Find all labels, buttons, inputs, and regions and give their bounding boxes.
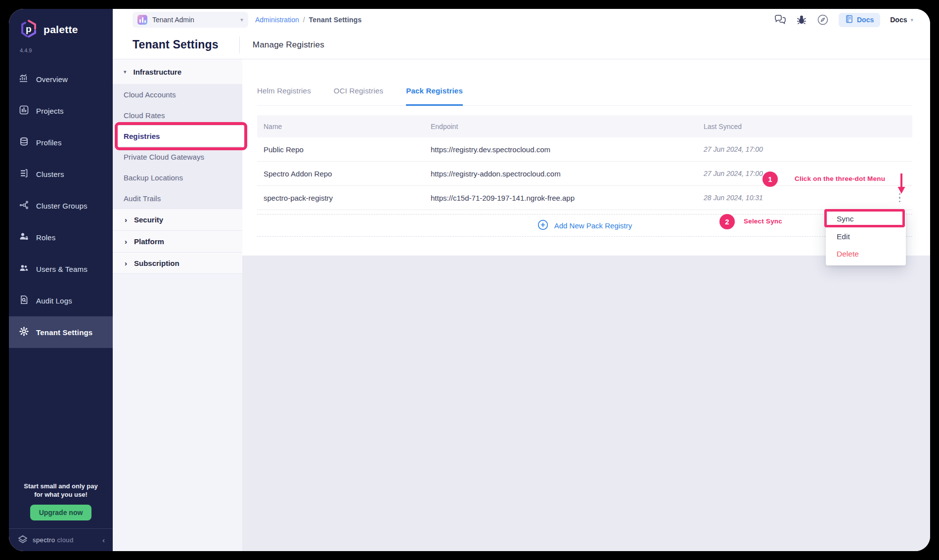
sidebar-item-overview[interactable]: Overview xyxy=(9,63,113,95)
tab-pack-registries[interactable]: Pack Registries xyxy=(406,86,463,106)
row-context-menu: Sync Edit Delete xyxy=(826,210,906,265)
section-security[interactable]: › Security xyxy=(113,209,242,230)
infrastructure-items: Cloud Accounts Cloud Rates Registries Pr… xyxy=(113,84,242,209)
chevron-right-icon: › xyxy=(125,259,127,267)
section-label: Platform xyxy=(134,237,164,246)
settings-item-private-cloud-gateways[interactable]: Private Cloud Gateways xyxy=(113,146,242,167)
sidebar-item-clusters[interactable]: Clusters xyxy=(9,158,113,190)
cell-endpoint: https://registry.dev.spectrocloud.com xyxy=(424,145,697,154)
chevron-down-icon: ▾ xyxy=(240,16,243,23)
menu-item-delete[interactable]: Delete xyxy=(826,245,906,262)
promo-line2: for what you use! xyxy=(9,490,113,499)
column-endpoint: Endpoint xyxy=(424,123,697,130)
topbar-actions: Docs Docs ▾ xyxy=(774,13,930,27)
pack-registries-table: Name Endpoint Last Synced Public Repo ht… xyxy=(257,115,912,210)
annotation-arrow-down-icon xyxy=(897,173,906,196)
audit-logs-icon xyxy=(19,295,29,306)
section-subscription[interactable]: › Subscription xyxy=(113,252,242,274)
breadcrumb-current: Tenant Settings xyxy=(309,16,362,24)
sidebar-item-cluster-groups[interactable]: Cluster Groups xyxy=(9,190,113,221)
project-scope-selector[interactable]: Tenant Admin ▾ xyxy=(133,12,248,28)
settings-item-cloud-accounts[interactable]: Cloud Accounts xyxy=(113,84,242,105)
sidebar-item-tenant-settings[interactable]: Tenant Settings xyxy=(9,316,113,348)
section-platform[interactable]: › Platform xyxy=(113,230,242,252)
annotation-step2-badge: 2 xyxy=(719,214,735,229)
upgrade-promo: Start small and only pay for what you us… xyxy=(9,482,113,520)
column-name: Name xyxy=(257,123,424,130)
brand-logo: p palette xyxy=(9,9,113,41)
tab-helm-registries[interactable]: Helm Registries xyxy=(257,86,311,105)
cluster-groups-icon xyxy=(19,200,29,211)
sidebar-item-profiles[interactable]: Profiles xyxy=(9,127,113,158)
chevron-right-icon: › xyxy=(125,215,127,224)
docs-dropdown[interactable]: Docs ▾ xyxy=(890,16,913,24)
roles-icon xyxy=(19,232,29,243)
tab-oci-registries[interactable]: OCI Registries xyxy=(334,86,383,105)
add-new-pack-registry-button[interactable]: Add New Pack Registry xyxy=(257,214,912,237)
sidebar-item-roles[interactable]: Roles xyxy=(9,221,113,253)
breadcrumb: Administration / Tenant Settings xyxy=(255,16,362,24)
sidebar-item-projects[interactable]: Projects xyxy=(9,95,113,127)
topbar: Tenant Admin ▾ Administration / Tenant S… xyxy=(113,9,930,31)
table-header: Name Endpoint Last Synced xyxy=(257,115,912,137)
docs-button[interactable]: Docs xyxy=(839,13,880,27)
breadcrumb-separator: / xyxy=(303,16,305,24)
add-button-label: Add New Pack Registry xyxy=(554,221,632,230)
compass-icon[interactable] xyxy=(817,14,829,26)
column-last-synced: Last Synced xyxy=(697,123,839,130)
tenant-admin-icon xyxy=(137,15,147,25)
book-icon xyxy=(845,15,853,25)
plus-circle-icon xyxy=(537,219,548,232)
sidebar-item-audit-logs[interactable]: Audit Logs xyxy=(9,285,113,316)
project-scope-label: Tenant Admin xyxy=(152,16,194,24)
main-content: Helm Registries OCI Registries Pack Regi… xyxy=(242,59,930,551)
chevron-right-icon: › xyxy=(125,237,127,246)
sidebar-item-label: Projects xyxy=(36,107,64,115)
cell-name: Public Repo xyxy=(257,145,424,154)
brand-name: palette xyxy=(44,24,78,36)
cell-endpoint: https://c15d-71-209-197-141.ngrok-free.a… xyxy=(424,194,697,202)
feedback-chat-icon[interactable] xyxy=(774,15,786,25)
cell-name: spectro-pack-registry xyxy=(257,194,424,202)
registry-tabs: Helm Registries OCI Registries Pack Regi… xyxy=(257,59,912,106)
collapse-sidebar-icon[interactable]: ‹ xyxy=(102,536,105,544)
svg-text:p: p xyxy=(26,24,32,34)
gear-icon xyxy=(19,327,29,338)
users-teams-icon xyxy=(19,263,29,274)
upgrade-now-button[interactable]: Upgrade now xyxy=(30,505,92,520)
sidebar-footer: spectro cloud ‹ xyxy=(9,528,113,551)
section-infrastructure[interactable]: ▾ Infrastructure xyxy=(113,59,242,84)
title-divider xyxy=(239,37,240,53)
settings-item-registries[interactable]: Registries xyxy=(113,126,242,146)
menu-item-sync[interactable]: Sync xyxy=(826,210,906,228)
annotation-step1-badge: 1 xyxy=(762,172,778,187)
profiles-icon xyxy=(19,137,29,148)
overview-icon xyxy=(19,74,29,85)
table-row[interactable]: spectro-pack-registry https://c15d-71-20… xyxy=(257,186,912,210)
sidebar-item-label: Clusters xyxy=(36,170,64,178)
cell-name: Spectro Addon Repo xyxy=(257,170,424,178)
breadcrumb-administration[interactable]: Administration xyxy=(255,16,299,24)
section-label: Infrastructure xyxy=(134,68,182,76)
page-subtitle: Manage Registries xyxy=(253,40,324,50)
menu-item-edit[interactable]: Edit xyxy=(826,228,906,245)
settings-item-cloud-rates[interactable]: Cloud Rates xyxy=(113,105,242,126)
cell-last-synced: 28 Jun 2024, 10:31 xyxy=(697,194,839,202)
sidebar-item-label: Profiles xyxy=(36,138,62,147)
app-window: p palette 4.4.9 Overview Projects Profil… xyxy=(9,9,930,551)
bug-report-icon[interactable] xyxy=(796,14,807,25)
settings-item-backup-locations[interactable]: Backup Locations xyxy=(113,167,242,188)
chevron-down-icon: ▾ xyxy=(910,17,913,23)
sidebar-item-label: Users & Teams xyxy=(36,265,88,273)
table-row[interactable]: Public Repo https://registry.dev.spectro… xyxy=(257,137,912,162)
spectro-cloud-wordmark: spectro cloud xyxy=(33,536,74,544)
spectro-cloud-logo-icon xyxy=(17,534,29,547)
projects-icon xyxy=(19,105,29,116)
settings-item-audit-trails[interactable]: Audit Trails xyxy=(113,188,242,209)
section-label: Subscription xyxy=(134,259,179,267)
section-label: Security xyxy=(134,215,163,224)
docs-button-label: Docs xyxy=(857,16,874,24)
primary-sidebar: p palette 4.4.9 Overview Projects Profil… xyxy=(9,9,113,551)
promo-line1: Start small and only pay xyxy=(9,482,113,490)
sidebar-item-users-teams[interactable]: Users & Teams xyxy=(9,253,113,285)
